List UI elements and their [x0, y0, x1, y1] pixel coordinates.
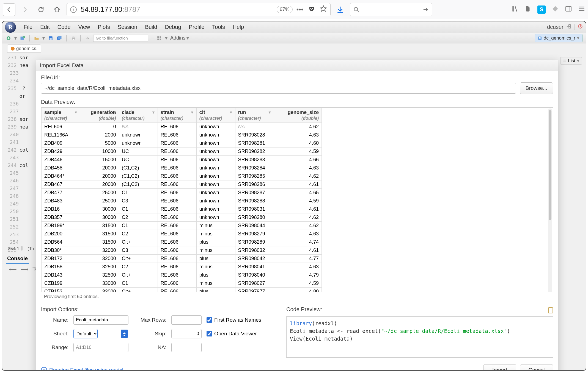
r-logo-icon: R: [5, 22, 16, 33]
opt-skip-input[interactable]: [171, 329, 202, 338]
table-row[interactable]: ZDB17232000Cit+REL606plusSRR0980424.77: [42, 255, 322, 263]
table-row[interactable]: ZDB30*32000C3REL606minusSRR0980324.61: [42, 246, 322, 255]
table-row[interactable]: CZB19933000C1REL606minusSRR0980274.59: [42, 279, 322, 288]
col-header-run[interactable]: run(character)▼: [235, 108, 274, 123]
forward-button[interactable]: [19, 3, 31, 16]
library-icon[interactable]: [511, 5, 518, 14]
preview-scrollbar[interactable]: [548, 108, 552, 300]
addins-menu[interactable]: Addins▾: [170, 35, 189, 41]
site-info-icon[interactable]: i: [70, 6, 77, 13]
opt-first-row-label: First Row as Names: [214, 317, 261, 323]
file-url-input[interactable]: [41, 83, 516, 94]
table-row[interactable]: REL6060NAREL606unknownNA4.62: [42, 123, 322, 131]
import-excel-dialog: Import Excel Data File/Url: Browse... Da…: [36, 60, 558, 371]
opt-sheet-select[interactable]: Default: [73, 329, 98, 338]
rstudio-window: R FileEditCodeViewPlotsSessionBuildDebug…: [2, 21, 586, 371]
table-row[interactable]: ZDB15832500C2REL606minusSRR0980414.63: [42, 263, 322, 271]
url-text: 54.89.177.80:8787: [81, 5, 273, 14]
col-header-strain[interactable]: strain(character)▼: [158, 108, 196, 123]
clipboard-icon[interactable]: [548, 307, 553, 313]
back-button[interactable]: [3, 3, 15, 16]
open-file-icon[interactable]: [34, 35, 40, 41]
save-icon[interactable]: [48, 35, 54, 41]
opt-max-input[interactable]: [171, 315, 202, 325]
zoom-badge[interactable]: 67%: [277, 6, 293, 13]
search-bar[interactable]: [350, 3, 432, 16]
col-header-clade[interactable]: clade(character)▼: [119, 108, 158, 123]
go-icon[interactable]: [423, 7, 429, 13]
table-row[interactable]: ZDB199*31500C1REL606minusSRR0980444.62: [42, 222, 322, 230]
notification-icon[interactable]: [552, 5, 559, 14]
more-icon[interactable]: •••: [296, 6, 303, 13]
opt-name-input[interactable]: [73, 315, 128, 325]
menu-code[interactable]: Code: [54, 23, 75, 31]
data-preview-table[interactable]: sample(character)▼generation(double)▼cla…: [41, 107, 553, 301]
svg-rect-12: [73, 39, 75, 40]
table-row[interactable]: ZDB42910000UCREL606unknownSRR0982824.59: [42, 147, 322, 156]
browse-button[interactable]: Browse...: [520, 82, 553, 94]
menu-edit[interactable]: Edit: [36, 23, 53, 31]
svg-rect-1: [566, 6, 571, 11]
table-row[interactable]: ZDB20031500C2REL606minusSRR0982794.63: [42, 230, 322, 238]
table-row[interactable]: ZDB1630000C1REL606unknownSRR0980314.61: [42, 205, 322, 213]
menu-icon[interactable]: [578, 5, 585, 14]
bookmark-star-icon[interactable]: [320, 5, 327, 14]
table-row[interactable]: ZDB14332500Cit+REL606plusSRR0980404.79: [42, 271, 322, 279]
url-bar[interactable]: i 54.89.177.80:8787 67% •••: [67, 3, 331, 16]
table-row[interactable]: REL1166A2000unknownREL606unknownSRR09802…: [42, 131, 322, 139]
svg-rect-13: [157, 36, 159, 38]
opt-first-row-check[interactable]: [207, 317, 212, 323]
menu-bar: R FileEditCodeViewPlotsSessionBuildDebug…: [2, 21, 586, 33]
opt-na-input[interactable]: [171, 343, 202, 352]
username-label: dcuser: [547, 24, 564, 30]
menu-build[interactable]: Build: [141, 23, 161, 31]
menu-plots[interactable]: Plots: [94, 23, 114, 31]
menu-help[interactable]: Help: [229, 23, 248, 31]
sidebar-icon[interactable]: [565, 5, 572, 14]
new-project-icon[interactable]: [20, 35, 26, 41]
opt-open-viewer-check[interactable]: [207, 331, 212, 336]
table-row[interactable]: ZDB464*20000(C1,C2)REL606unknownSRR09828…: [42, 172, 322, 180]
col-header-genome_size[interactable]: genome_size(double)▼: [274, 108, 322, 123]
import-button[interactable]: Import: [483, 364, 516, 371]
cancel-button[interactable]: Cancel: [520, 364, 553, 371]
reload-button[interactable]: [35, 3, 47, 16]
col-header-sample[interactable]: sample(character)▼: [42, 108, 80, 123]
save-all-icon[interactable]: [56, 35, 62, 41]
help-link[interactable]: ?Reading Excel files using readxl: [41, 367, 123, 371]
goto-icon: [84, 35, 90, 41]
code-preview[interactable]: library(readxl) Ecoli_metadata <- read_e…: [286, 316, 553, 358]
table-row[interactable]: ZDB35730000C2REL606unknownSRR0982804.62: [42, 213, 322, 222]
table-row[interactable]: ZDB46720000(C1,C2)REL606unknownSRR098286…: [42, 180, 322, 189]
new-file-icon[interactable]: [6, 35, 12, 41]
grid-icon[interactable]: [156, 35, 162, 41]
goto-file-input[interactable]: Go to file/function: [93, 35, 148, 42]
downloads-button[interactable]: [334, 3, 347, 16]
power-icon[interactable]: [578, 24, 583, 30]
pocket-icon[interactable]: [308, 5, 315, 14]
menu-view[interactable]: View: [75, 23, 94, 31]
menu-profile[interactable]: Profile: [185, 23, 208, 31]
col-header-cit[interactable]: cit(character)▼: [196, 108, 235, 123]
project-selector[interactable]: R dc_genomics_r▾: [535, 34, 582, 42]
svg-text:R: R: [539, 37, 541, 40]
table-row[interactable]: ZDB48325000C3REL606unknownSRR0982884.59: [42, 197, 322, 205]
home-button[interactable]: [51, 3, 63, 16]
menu-session[interactable]: Session: [114, 23, 141, 31]
evernote-icon[interactable]: [524, 5, 531, 14]
opt-na-label: NA:: [133, 344, 166, 350]
opt-range-input[interactable]: [73, 343, 128, 352]
table-row[interactable]: ZDB56431500Cit+REL606plusSRR0982894.74: [42, 238, 322, 246]
menu-tools[interactable]: Tools: [208, 23, 229, 31]
sign-out-icon[interactable]: [566, 24, 572, 30]
table-row[interactable]: ZDB47725000C1REL606unknownSRR0982874.65: [42, 189, 322, 197]
table-row[interactable]: ZDB44615000UCREL606unknownSRR0982834.66: [42, 156, 322, 164]
menu-debug[interactable]: Debug: [161, 23, 185, 31]
skype-icon[interactable]: S: [537, 5, 546, 14]
menu-file[interactable]: File: [20, 23, 36, 31]
table-row[interactable]: ZDB4095000unknownREL606unknownSRR0982814…: [42, 139, 322, 147]
print-icon[interactable]: [70, 35, 76, 41]
table-row[interactable]: ZDB45820000(C1,C2)REL606unknownSRR098284…: [42, 164, 322, 172]
col-header-generation[interactable]: generation(double)▼: [80, 108, 119, 123]
svg-rect-11: [73, 36, 75, 37]
